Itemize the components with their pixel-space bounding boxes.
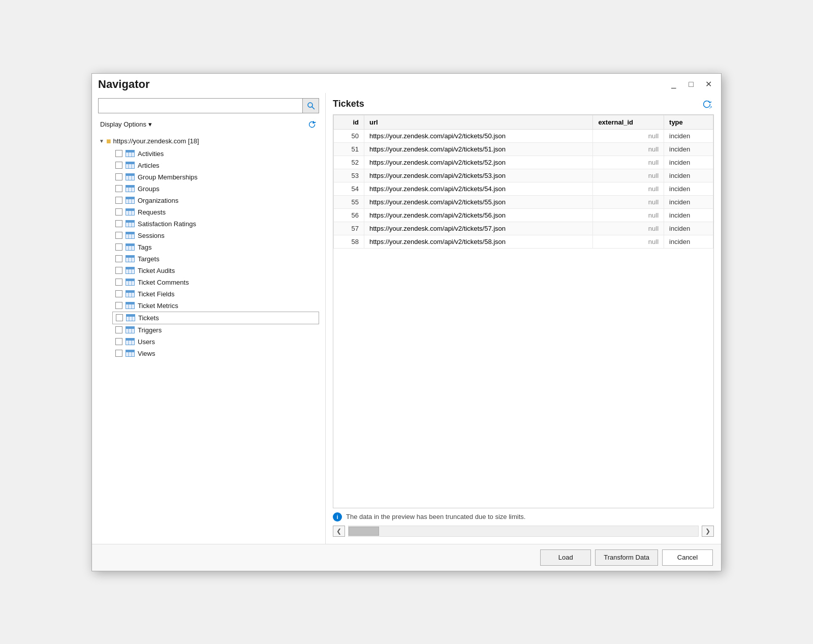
svg-rect-51 [126,256,135,258]
tree-item-checkbox[interactable] [115,173,122,180]
cell-id: 51 [334,142,364,156]
data-table: idurlexternal_idtype 50https://your.zend… [333,115,713,249]
cell-type: inciden [664,195,713,208]
table-icon [126,243,135,251]
tree-item[interactable]: Organizations [112,195,319,206]
cell-id: 55 [334,195,364,208]
right-refresh-button[interactable]: ↗ [700,98,714,110]
tree-item-checkbox[interactable] [115,243,122,251]
right-refresh-icon: ↗ [702,99,712,109]
svg-rect-21 [126,186,135,188]
tree-item-checkbox[interactable] [115,255,122,262]
tree-item-checkbox[interactable] [115,267,122,274]
right-panel: Tickets ↗ idurlexternal_idtype 50https:/… [326,93,721,544]
table-row: 56https://your.zendesk.com/api/v2/ticket… [334,208,713,222]
svg-rect-86 [126,339,135,341]
cell-id: 54 [334,182,364,195]
search-bar [98,98,319,113]
tree-item-label: Activities [138,150,164,158]
table-icon [126,232,135,239]
cell-external-id: null [593,129,664,142]
table-icon [126,350,135,357]
tree-item-checkbox[interactable] [115,279,122,286]
close-button[interactable]: ✕ [702,78,715,91]
tree-item-checkbox[interactable] [115,350,122,357]
cell-url: https://your.zendesk.com/api/v2/tickets/… [364,129,593,142]
table-header-type: type [664,115,713,129]
svg-rect-91 [126,350,135,352]
tree-item-checkbox[interactable] [115,185,122,192]
table-row: 58https://your.zendesk.com/api/v2/ticket… [334,235,713,248]
tree-item-checkbox[interactable] [115,197,122,204]
cell-type: inciden [664,222,713,235]
scroll-thumb[interactable] [349,527,379,536]
tree-item[interactable]: Views [112,348,319,359]
tree-root[interactable]: ▼ ■ https://your.zendesk.com [18] [98,135,319,148]
tree-item-checkbox[interactable] [115,220,122,227]
load-button[interactable]: Load [540,549,591,566]
tree-item[interactable]: Groups [112,183,319,195]
search-button[interactable] [302,99,319,113]
tree-item-checkbox[interactable] [115,338,122,345]
tree-item[interactable]: Sessions [112,230,319,241]
scroll-right-button[interactable]: ❯ [702,526,714,537]
table-icon [126,326,135,333]
search-input[interactable] [99,99,302,112]
tree-item[interactable]: Ticket Audits [112,265,319,277]
tree-item[interactable]: Tickets [112,312,319,324]
tree-item[interactable]: Tags [112,241,319,253]
tree-item[interactable]: Ticket Metrics [112,300,319,312]
table-icon [126,197,135,204]
tree-item[interactable]: Articles [112,160,319,171]
cell-id: 52 [334,156,364,169]
cell-id: 56 [334,208,364,222]
tree-item-checkbox[interactable] [115,302,122,309]
tree-item[interactable]: Ticket Fields [112,288,319,300]
left-refresh-button[interactable] [305,118,319,131]
cell-id: 50 [334,129,364,142]
scroll-track[interactable] [348,526,699,537]
tree-item-label: Ticket Audits [138,267,175,274]
display-options-button[interactable]: Display Options ▾ [98,119,154,129]
table-row: 57https://your.zendesk.com/api/v2/ticket… [334,222,713,235]
tree-item-checkbox[interactable] [115,150,122,157]
table-row: 51https://your.zendesk.com/api/v2/ticket… [334,142,713,156]
tree-item[interactable]: Targets [112,253,319,265]
table-row: 52https://your.zendesk.com/api/v2/ticket… [334,156,713,169]
minimize-button[interactable]: ⎯ [667,78,680,91]
folder-icon: ■ [106,137,111,146]
display-options-label: Display Options [100,120,146,128]
tree-item[interactable]: Activities [112,148,319,160]
table-icon [126,162,135,169]
cell-external-id: null [593,182,664,195]
tree-item-label: Satisfaction Ratings [138,220,196,228]
transform-data-button[interactable]: Transform Data [595,549,658,566]
tree-item-checkbox[interactable] [115,162,122,169]
cell-external-id: null [593,208,664,222]
horizontal-scrollbar: ❮ ❯ [333,524,714,539]
tree-item[interactable]: Satisfaction Ratings [112,218,319,230]
right-panel-title: Tickets [333,99,364,109]
tree-item-checkbox[interactable] [115,232,122,239]
tree-item-checkbox[interactable] [116,314,123,321]
table-icon [126,255,135,262]
tree-item-checkbox[interactable] [115,290,122,297]
table-icon [126,302,135,309]
maximize-button[interactable]: □ [684,78,698,91]
tree-item[interactable]: Triggers [112,324,319,336]
tree-item[interactable]: Group Memberships [112,171,319,183]
scroll-left-button[interactable]: ❮ [333,526,345,537]
tree-item[interactable]: Requests [112,206,319,218]
tree-item[interactable]: Ticket Comments [112,277,319,288]
table-icon [126,338,135,345]
tree-item[interactable]: Users [112,336,319,348]
cell-id: 57 [334,222,364,235]
table-row: 53https://your.zendesk.com/api/v2/ticket… [334,169,713,182]
tree-item-checkbox[interactable] [115,326,122,333]
tree-collapse-icon: ▼ [99,138,104,144]
cancel-button[interactable]: Cancel [662,549,713,566]
tree-item-label: Organizations [138,197,178,204]
truncated-notice-text: The data in the preview has been truncat… [346,513,525,520]
cell-url: https://your.zendesk.com/api/v2/tickets/… [364,195,593,208]
tree-item-checkbox[interactable] [115,208,122,216]
